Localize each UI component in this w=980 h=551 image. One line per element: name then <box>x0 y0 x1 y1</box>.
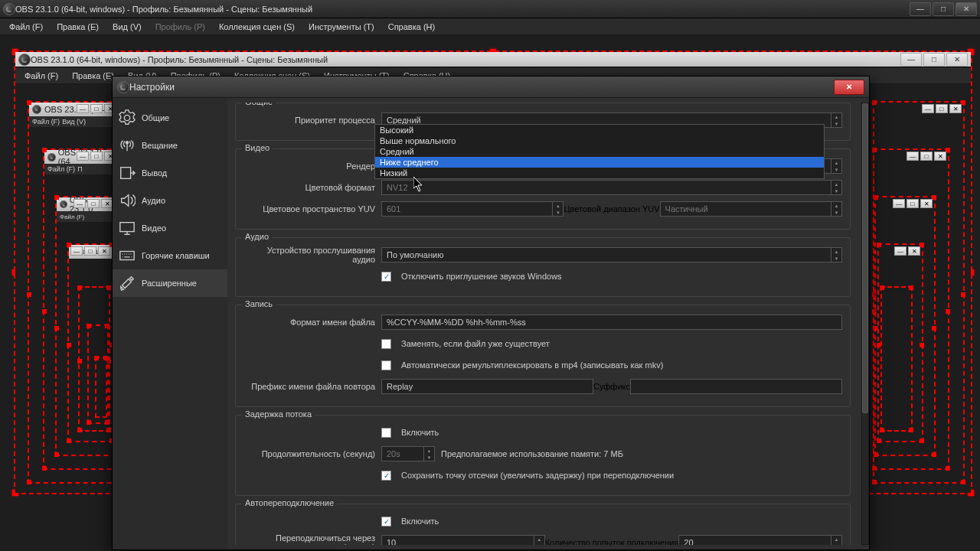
reconnect-max-label: Количество попыток подключения <box>545 538 679 545</box>
menu-view[interactable]: Вид (V) <box>106 21 148 33</box>
priority-option-above-normal[interactable]: Выше нормального <box>375 135 824 146</box>
delay-duration-input[interactable]: 20s▲▼ <box>381 446 435 461</box>
tools-icon <box>119 275 136 292</box>
delay-duration-label: Продолжительность (секунд) <box>243 449 381 458</box>
remux-label: Автоматически ремультиплексировать в mp4… <box>401 360 663 370</box>
delay-memory-label: Предполагаемое использование памяти: 7 М… <box>441 449 623 458</box>
inner-max-button: □ <box>923 53 945 67</box>
remux-checkbox[interactable] <box>381 360 391 370</box>
outer-menubar: Файл (F) Правка (E) Вид (V) Профиль (P) … <box>0 18 980 35</box>
priority-option-normal[interactable]: Средний <box>375 146 824 157</box>
dialog-close-button[interactable]: ✕ <box>834 80 864 95</box>
gear-icon <box>119 109 136 126</box>
reconnect-max-input[interactable]: 20▲▼ <box>678 535 842 545</box>
antenna-icon <box>119 137 136 154</box>
reconnect-enable-checkbox[interactable]: ✓ <box>381 517 391 527</box>
yuv-space-label: Цветовое пространство YUV <box>243 204 381 214</box>
delay-preserve-label: Сохранить точку отсечки (увеличить задер… <box>401 471 674 480</box>
settings-content: Общие Приоритет процесса Средний ▲▼ Виде <box>227 98 869 549</box>
close-button[interactable]: ✕ <box>956 2 977 16</box>
dialog-titlebar[interactable]: Настройки ✕ <box>113 77 869 98</box>
group-reconnect: Автопереподключение ✓ Включить Переподкл… <box>235 504 851 545</box>
speaker-icon <box>119 192 136 209</box>
content-scrollbar[interactable] <box>861 103 869 545</box>
outer-title: OBS 23.1.0 (64-bit, windows) - Профиль: … <box>15 5 908 14</box>
mini-max: □ <box>90 104 103 113</box>
group-recording: Запись Формат имени файла %CCYY-%MM-%DD … <box>235 305 851 407</box>
svg-rect-2 <box>120 223 134 232</box>
inner-title: OBS 23.1.0 (64-bit, windows) - Профиль: … <box>31 55 899 64</box>
ducking-label: Отключить приглушение звуков Windows <box>401 272 562 281</box>
sidebar-item-general[interactable]: Общие <box>113 104 227 132</box>
settings-sidebar: Общие Вещание Вывод Аудио Видео Горячие … <box>113 98 227 549</box>
svg-point-0 <box>126 142 129 145</box>
menu-help[interactable]: Справка (H) <box>382 21 441 33</box>
overwrite-label: Заменять, если файл уже существует <box>401 339 550 348</box>
menu-scenes[interactable]: Коллекция сцен (S) <box>213 21 301 33</box>
priority-option-below-normal[interactable]: Ниже среднего <box>375 157 824 168</box>
keyboard-icon <box>119 247 136 264</box>
minimize-button[interactable]: — <box>910 2 931 16</box>
replay-prefix-label: Префикс имени файла повтора <box>243 382 381 391</box>
output-icon <box>119 165 136 181</box>
obs-icon <box>18 54 31 66</box>
ducking-checkbox[interactable]: ✓ <box>381 272 391 282</box>
sidebar-item-advanced[interactable]: Расширенные <box>113 269 227 297</box>
monitor-icon <box>119 220 136 236</box>
monitor-device-combo[interactable]: По умолчанию▲▼ <box>381 247 842 262</box>
svg-rect-1 <box>121 168 131 179</box>
preview-nested-7 <box>95 357 107 418</box>
monitor-device-label: Устройство прослушивания аудио <box>243 246 381 264</box>
priority-label: Приоритет процесса <box>243 116 381 125</box>
replay-suffix-input[interactable] <box>630 379 842 394</box>
filename-format-input[interactable]: %CCYY-%MM-%DD %hh-%mm-%ss <box>381 315 842 330</box>
group-stream-delay: Задержка потока Включить Продолжительнос… <box>235 415 851 496</box>
sidebar-item-hotkeys[interactable]: Горячие клавиши <box>113 242 227 269</box>
replay-suffix-label: Суффикс <box>593 382 630 391</box>
reconnect-retry-label: Переподключиться через (секунд) <box>243 533 381 545</box>
overwrite-checkbox[interactable] <box>381 339 391 349</box>
renderer-label: Рендер <box>243 161 381 171</box>
color-format-label: Цветовой формат <box>243 183 381 192</box>
sidebar-item-stream[interactable]: Вещание <box>113 132 227 159</box>
dialog-title: Настройки <box>129 82 834 93</box>
mini-min: — <box>77 104 89 113</box>
reconnect-retry-input[interactable]: 10▲▼ <box>381 535 545 545</box>
sidebar-item-output[interactable]: Вывод <box>113 159 227 187</box>
menu-profile[interactable]: Профиль (P) <box>149 21 211 33</box>
menu-edit[interactable]: Правка (E) <box>51 21 105 33</box>
yuv-range-label: Цветовой диапазон YUV <box>564 204 659 214</box>
inner-close-button: ✕ <box>946 53 968 67</box>
reconnect-enable-label: Включить <box>401 517 439 526</box>
delay-preserve-checkbox[interactable]: ✓ <box>381 471 391 481</box>
yuv-space-combo[interactable]: 601▲▼ <box>381 201 564 217</box>
svg-rect-3 <box>120 252 134 260</box>
color-format-combo[interactable]: NV12▲▼ <box>381 180 842 195</box>
obs-icon <box>117 81 129 93</box>
maximize-button[interactable]: □ <box>933 2 954 16</box>
inner-min-button: — <box>900 53 922 67</box>
obs-icon <box>3 3 15 15</box>
priority-option-idle[interactable]: Низкий <box>375 168 824 178</box>
replay-prefix-input[interactable]: Replay <box>381 379 593 394</box>
group-audio: Аудио Устройство прослушивания аудио По … <box>235 237 851 297</box>
priority-option-high[interactable]: Высокий <box>375 125 824 135</box>
sidebar-item-video[interactable]: Видео <box>113 214 227 242</box>
preview-nested-r5 <box>880 286 913 432</box>
settings-dialog: Настройки ✕ Общие Вещание Вывод Аудио <box>112 76 870 550</box>
delay-enable-label: Включить <box>401 428 439 437</box>
filename-format-label: Формат имени файла <box>243 318 381 327</box>
menu-tools[interactable]: Инструменты (T) <box>302 21 381 33</box>
delay-enable-checkbox[interactable] <box>381 428 391 438</box>
outer-titlebar: OBS 23.1.0 (64-bit, windows) - Профиль: … <box>0 0 980 18</box>
priority-dropdown[interactable]: Высокий Выше нормального Средний Ниже ср… <box>374 124 825 179</box>
menu-file[interactable]: Файл (F) <box>3 21 49 33</box>
yuv-range-combo[interactable]: Частичный▲▼ <box>660 201 842 217</box>
sidebar-item-audio[interactable]: Аудио <box>113 187 227 214</box>
